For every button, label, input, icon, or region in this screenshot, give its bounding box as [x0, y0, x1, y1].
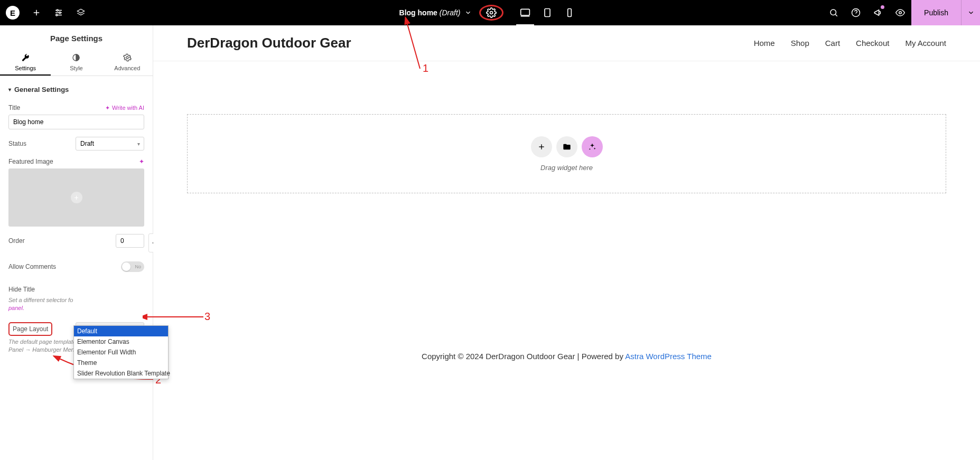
gear-icon: [102, 53, 153, 63]
featured-image-label: Featured Image: [8, 158, 53, 165]
order-input[interactable]: [116, 234, 144, 248]
hide-title-help: Set a different selector fo panel.: [8, 296, 144, 313]
footer-theme-link[interactable]: Astra WordPress Theme: [625, 352, 712, 361]
site-header: DerDragon Outdoor Gear Home Shop Cart Ch…: [153, 25, 980, 61]
tab-advanced[interactable]: Advanced: [102, 49, 153, 76]
publish-options-button[interactable]: [961, 0, 980, 25]
document-status: (Draft): [440, 8, 461, 17]
nav-shop[interactable]: Shop: [791, 39, 809, 48]
empty-section-dropzone[interactable]: Drag widget here: [187, 114, 946, 193]
droplet-icon: [51, 53, 101, 63]
svg-line-14: [836, 14, 837, 16]
featured-image-upload[interactable]: +: [8, 168, 144, 227]
svg-point-17: [899, 12, 902, 14]
sparkle-icon: ✦: [105, 105, 110, 111]
site-title[interactable]: DerDragon Outdoor Gear: [187, 35, 351, 51]
plus-icon: +: [71, 192, 82, 203]
dropdown-item-default[interactable]: Default: [74, 326, 168, 336]
panel-title: Page Settings: [0, 25, 153, 49]
write-ai-label: Write with AI: [112, 105, 144, 111]
featured-image-row: Featured Image ✦: [8, 158, 144, 165]
svg-rect-9: [521, 9, 530, 15]
nav-checkout[interactable]: Checkout: [856, 39, 889, 48]
allow-comments-row: Allow Comments No: [8, 261, 144, 272]
order-label: Order: [8, 237, 25, 245]
workspace: Page Settings Settings Style Advanced Ge…: [0, 25, 980, 460]
document-title[interactable]: Blog home (Draft): [399, 8, 461, 17]
responsive-device-bar: [514, 0, 581, 25]
tab-label: Style: [70, 65, 82, 71]
site-nav: Home Shop Cart Checkout My Account: [754, 39, 946, 48]
structure-button[interactable]: [70, 0, 92, 25]
ai-generate-button[interactable]: [582, 136, 603, 157]
ai-icon[interactable]: ✦: [139, 158, 144, 165]
page-settings-gear-button[interactable]: [479, 5, 503, 21]
hide-title-label: Hide Title: [8, 286, 35, 293]
nav-account[interactable]: My Account: [905, 39, 946, 48]
panel-tabs: Settings Style Advanced: [0, 49, 153, 76]
elementor-logo[interactable]: E: [0, 0, 25, 25]
device-mobile-button[interactable]: [558, 0, 581, 25]
add-section-button[interactable]: [531, 136, 552, 157]
topbar-left: E: [0, 0, 92, 25]
device-tablet-button[interactable]: [536, 0, 558, 25]
topbar-center: Blog home (Draft): [399, 0, 581, 25]
svg-point-19: [126, 57, 128, 59]
tab-style[interactable]: Style: [51, 49, 101, 76]
left-panel: Page Settings Settings Style Advanced Ge…: [0, 25, 153, 460]
dropdown-item-slider[interactable]: Slider Revolution Blank Template: [74, 368, 168, 379]
status-field-row: Status: [8, 137, 144, 151]
top-bar: E Blog home (Draft): [0, 0, 980, 25]
svg-point-8: [490, 12, 493, 14]
toggle-state: No: [135, 264, 141, 269]
allow-comments-label: Allow Comments: [8, 263, 56, 270]
document-title-text: Blog home: [399, 8, 437, 17]
hide-title-row: Hide Title: [8, 286, 144, 293]
site-settings-button[interactable]: [48, 0, 70, 25]
tab-label: Advanced: [114, 65, 140, 71]
svg-point-13: [830, 10, 836, 15]
help-button[interactable]: [845, 0, 867, 25]
wrench-icon: [0, 53, 51, 63]
drop-hint: Drag widget here: [540, 164, 593, 172]
topbar-right: Publish: [823, 0, 980, 25]
tab-label: Settings: [15, 65, 36, 71]
whats-new-button[interactable]: [867, 0, 889, 25]
device-desktop-button[interactable]: [514, 0, 536, 25]
svg-point-3: [57, 10, 58, 11]
nav-cart[interactable]: Cart: [825, 39, 840, 48]
svg-point-5: [59, 12, 61, 14]
template-library-button[interactable]: [556, 136, 577, 157]
editor-canvas: DerDragon Outdoor Gear Home Shop Cart Ch…: [153, 25, 980, 460]
title-label: Title: [8, 104, 20, 111]
page-layout-label-highlighted: Page Layout: [8, 322, 52, 336]
dropzone-buttons: [531, 136, 603, 157]
panel-body: General Settings Title ✦ Write with AI S…: [0, 76, 153, 460]
section-general-settings[interactable]: General Settings: [8, 82, 144, 97]
site-footer: Copyright © 2024 DerDragon Outdoor Gear …: [153, 331, 980, 371]
dropdown-item-canvas[interactable]: Elementor Canvas: [74, 336, 168, 347]
svg-rect-11: [545, 9, 550, 17]
nav-home[interactable]: Home: [754, 39, 775, 48]
status-select[interactable]: [76, 137, 144, 151]
add-element-button[interactable]: [25, 0, 48, 25]
write-with-ai-button[interactable]: ✦ Write with AI: [105, 105, 144, 111]
title-field-row: Title ✦ Write with AI: [8, 104, 144, 111]
svg-point-7: [56, 14, 58, 16]
title-input[interactable]: [8, 115, 144, 129]
publish-button[interactable]: Publish: [911, 0, 961, 25]
page-layout-dropdown[interactable]: Default Elementor Canvas Elementor Full …: [73, 325, 169, 379]
status-label: Status: [8, 140, 26, 147]
svg-rect-12: [568, 9, 572, 17]
tab-settings[interactable]: Settings: [0, 49, 51, 76]
dropdown-item-full-width[interactable]: Elementor Full Width: [74, 347, 168, 358]
footer-text: Copyright © 2024 DerDragon Outdoor Gear …: [422, 352, 625, 361]
panel-link[interactable]: panel.: [8, 305, 24, 311]
order-field-row: Order: [8, 234, 144, 248]
preview-button[interactable]: [889, 0, 911, 25]
allow-comments-toggle[interactable]: No: [121, 261, 144, 272]
dropdown-item-theme[interactable]: Theme: [74, 358, 168, 368]
document-dropdown-chevron-icon[interactable]: [464, 9, 472, 16]
finder-search-button[interactable]: [823, 0, 845, 25]
